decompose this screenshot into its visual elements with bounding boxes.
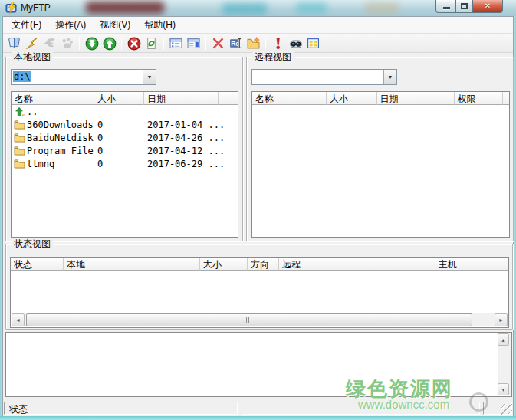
connect-button[interactable] — [23, 35, 41, 52]
view-details-icon — [169, 37, 182, 50]
scroll-right-button[interactable]: ► — [495, 313, 508, 326]
window-controls: ✕ — [435, 0, 503, 13]
folder-icon — [12, 146, 27, 156]
status-bar-panel — [242, 402, 480, 415]
titlebar[interactable]: MyFTP ✕ — [0, 0, 516, 16]
column-header-name[interactable]: 名称 — [12, 92, 94, 105]
reconnect-icon — [61, 37, 74, 50]
window-frame-bottom — [0, 416, 516, 420]
about-button[interactable] — [304, 35, 322, 52]
remote-file-list[interactable]: 名称 大小 日期 权限 — [251, 91, 510, 238]
chevron-down-icon[interactable]: ▼ — [143, 70, 156, 84]
refresh-button[interactable] — [143, 35, 160, 52]
download-button[interactable] — [83, 35, 100, 52]
remote-view-label: 远程视图 — [252, 51, 294, 62]
svg-text:Re: Re — [231, 40, 239, 48]
scroll-down-button[interactable]: ▼ — [498, 383, 509, 395]
app-icon — [5, 2, 18, 14]
disconnect-button — [41, 35, 58, 52]
local-path-value: d:\ — [12, 70, 143, 84]
maximize-icon — [461, 3, 468, 9]
log-output-area[interactable]: ▲ ▼ — [5, 332, 512, 397]
delete-icon — [212, 37, 225, 50]
close-icon: ✕ — [485, 2, 491, 10]
close-button[interactable]: ✕ — [472, 0, 503, 13]
connect-icon — [25, 37, 38, 50]
toolbar-separator — [121, 37, 122, 50]
up-directory-icon — [12, 107, 27, 116]
reconnect-button — [58, 35, 76, 52]
column-header-size[interactable]: 大小 — [94, 92, 144, 105]
column-header-date[interactable]: 日期 — [377, 92, 455, 105]
column-header-remote[interactable]: 远程 — [279, 258, 435, 271]
local-view-label: 本地视图 — [12, 51, 53, 62]
column-header-host[interactable]: 主机 — [435, 258, 508, 271]
menu-action[interactable]: 操作(A) — [48, 16, 93, 34]
local-file-list[interactable]: 名称 大小 日期 .. — [11, 91, 238, 238]
horizontal-scrollbar[interactable]: ◄ ► — [12, 313, 508, 326]
menu-help[interactable]: 帮助(H) — [137, 16, 182, 34]
toolbar-separator — [163, 37, 164, 50]
new-folder-icon — [247, 37, 260, 50]
transfer-alert-button[interactable] — [269, 35, 287, 52]
local-path-combo[interactable]: d:\ ▼ — [11, 69, 156, 85]
myftp-window: MyFTP ✕ 文件(F) 操作(A) 视图(V) 帮助(H) — [0, 0, 516, 420]
minimize-button[interactable] — [435, 0, 456, 13]
folder-icon — [12, 133, 27, 143]
status-bar-message: 状态 — [4, 402, 238, 415]
chevron-down-icon[interactable]: ▼ — [383, 70, 396, 84]
address-book-button[interactable] — [5, 35, 23, 52]
remote-path-combo[interactable]: ▼ — [251, 69, 397, 85]
list-item-folder[interactable]: Program Files 0 2017-04-12 ... — [12, 144, 238, 157]
list-item-folder[interactable]: BaiduNetdisk 0 2017-04-26 ... — [12, 131, 238, 144]
list-item-updir[interactable]: .. — [12, 105, 238, 118]
column-header-direction[interactable]: 方向 — [248, 258, 279, 271]
rename-button[interactable]: Re — [227, 35, 245, 52]
rename-icon: Re — [229, 37, 242, 50]
view-list-button[interactable] — [185, 35, 202, 52]
abort-icon — [127, 37, 141, 51]
upload-button[interactable] — [100, 35, 118, 52]
vertical-scrollbar[interactable]: ▲ ▼ — [498, 333, 511, 395]
list-item-folder[interactable]: 360Downloads 0 2017-01-04 ... — [12, 118, 238, 131]
column-header-name[interactable]: 名称 — [252, 92, 327, 105]
column-header-status[interactable]: 状态 — [11, 258, 64, 271]
exclamation-icon — [271, 37, 284, 50]
local-view-panel: 本地视图 d:\ ▼ 名称 大小 日期 — [5, 57, 243, 241]
column-header-blank[interactable] — [219, 92, 238, 105]
view-details-button[interactable] — [167, 35, 185, 52]
column-header-size[interactable]: 大小 — [200, 258, 248, 271]
scroll-up-button[interactable]: ▲ — [498, 333, 509, 346]
scrollbar-track[interactable] — [25, 313, 494, 326]
menu-bar: 文件(F) 操作(A) 视图(V) 帮助(H) — [3, 17, 513, 34]
menu-file[interactable]: 文件(F) — [5, 16, 48, 34]
status-view-panel: 状态视图 状态 本地 大小 方向 远程 主机 ◄ ► — [5, 244, 513, 330]
toolbar-separator — [205, 37, 206, 50]
scroll-left-button[interactable]: ◄ — [12, 313, 25, 326]
resize-grip[interactable] — [501, 404, 512, 415]
new-folder-button[interactable] — [245, 35, 262, 52]
folder-icon — [12, 159, 27, 169]
menu-view[interactable]: 视图(V) — [93, 16, 137, 34]
column-header-blank[interactable] — [503, 92, 509, 105]
remote-view-panel: 远程视图 ▼ 名称 大小 日期 权限 — [246, 57, 514, 241]
column-header-perms[interactable]: 权限 — [455, 92, 503, 105]
column-header-local[interactable]: 本地 — [64, 258, 200, 271]
scrollbar-thumb[interactable] — [26, 313, 472, 326]
view-list-icon — [187, 37, 200, 50]
disconnect-icon — [43, 37, 56, 50]
column-header-size[interactable]: 大小 — [327, 92, 376, 105]
transfer-queue-list[interactable]: 状态 本地 大小 方向 远程 主机 ◄ ► — [10, 257, 509, 328]
column-header-date[interactable]: 日期 — [144, 92, 219, 105]
delete-button[interactable] — [209, 35, 227, 52]
titlebar-glass-blob — [86, 2, 164, 14]
status-bar: 状态 — [3, 400, 513, 416]
list-item-folder[interactable]: ttmnq 0 2017-06-29 ... — [12, 157, 238, 170]
abort-button[interactable] — [125, 35, 143, 52]
maximize-button[interactable] — [456, 0, 472, 13]
window-title: MyFTP — [21, 2, 51, 13]
status-view-label: 状态视图 — [12, 238, 53, 249]
find-button[interactable] — [287, 35, 304, 52]
toolbar-separator — [79, 37, 80, 50]
toolbar: Re — [3, 34, 513, 53]
